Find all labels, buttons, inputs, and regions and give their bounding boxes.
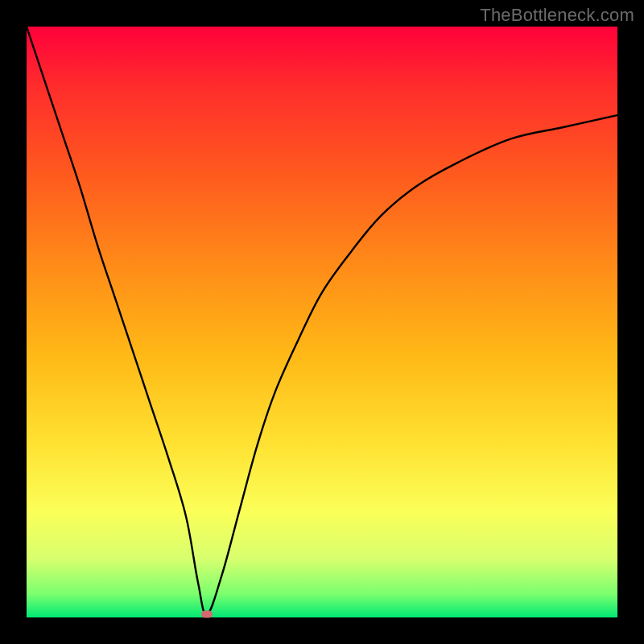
- optimal-point-marker: [201, 611, 213, 618]
- plot-area: [27, 27, 617, 617]
- chart-frame: TheBottleneck.com: [0, 0, 644, 644]
- watermark-text: TheBottleneck.com: [480, 5, 634, 26]
- bottleneck-curve: [27, 27, 617, 617]
